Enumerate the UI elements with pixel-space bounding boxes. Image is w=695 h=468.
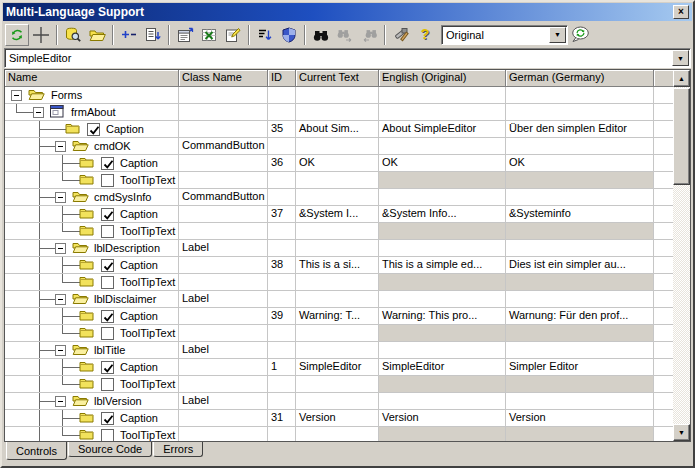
class-name-cell[interactable]: [179, 104, 268, 121]
translate-refresh-button[interactable]: [568, 24, 592, 46]
property-checkbox-unchecked[interactable]: [101, 327, 114, 340]
class-name-cell[interactable]: [179, 427, 268, 442]
scroll-down-button[interactable]: ▼: [673, 424, 690, 441]
class-name-cell[interactable]: [179, 325, 268, 342]
property-checkbox-unchecked[interactable]: [101, 174, 114, 187]
column-header-id[interactable]: ID: [268, 70, 296, 87]
current-text-cell[interactable]: [296, 104, 379, 121]
scope-combobox[interactable]: SimpleEditor ▼: [4, 48, 691, 68]
german-cell[interactable]: [506, 87, 654, 104]
scan-project-button[interactable]: [61, 24, 85, 46]
grid-row[interactable]: ToolTipText: [5, 274, 675, 291]
grid-row[interactable]: lblTitleLabel: [5, 342, 675, 359]
german-cell[interactable]: Warnung: Für den prof...: [506, 308, 654, 325]
sort-lines-button[interactable]: [253, 24, 277, 46]
validate-shield-button[interactable]: [277, 24, 301, 46]
tab-controls[interactable]: Controls: [6, 442, 67, 460]
current-text-cell[interactable]: [296, 189, 379, 206]
grid-row[interactable]: Caption37&System I...&System Info...&Sys…: [5, 206, 675, 223]
grid-row[interactable]: ToolTipText: [5, 223, 675, 240]
current-text-cell[interactable]: [296, 172, 379, 189]
english-cell[interactable]: [379, 393, 506, 410]
current-text-cell[interactable]: [296, 291, 379, 308]
column-header-current-text[interactable]: Current Text: [296, 70, 379, 87]
english-cell[interactable]: [379, 427, 506, 442]
grid-row[interactable]: lblVersionLabel: [5, 393, 675, 410]
id-cell[interactable]: [268, 104, 296, 121]
english-cell[interactable]: [379, 104, 506, 121]
name-cell[interactable]: lblVersion: [5, 393, 179, 410]
name-cell[interactable]: Caption: [5, 257, 179, 274]
class-name-cell[interactable]: [179, 308, 268, 325]
property-checkbox-unchecked[interactable]: [101, 378, 114, 391]
class-name-cell[interactable]: [179, 172, 268, 189]
add-crosshair-button[interactable]: [29, 24, 53, 46]
class-name-cell[interactable]: [179, 376, 268, 393]
tree-expand-box[interactable]: [55, 243, 66, 254]
name-cell[interactable]: Caption: [5, 206, 179, 223]
language-combo[interactable]: Original▼: [441, 25, 568, 45]
id-cell[interactable]: [268, 223, 296, 240]
id-cell[interactable]: [268, 291, 296, 308]
id-cell[interactable]: [268, 427, 296, 442]
id-cell[interactable]: 39: [268, 308, 296, 325]
name-cell[interactable]: Caption: [5, 410, 179, 427]
english-cell[interactable]: SimpleEditor: [379, 359, 506, 376]
current-text-cell[interactable]: [296, 376, 379, 393]
vertical-scrollbar[interactable]: ▲ ▼: [673, 70, 690, 441]
english-cell[interactable]: [379, 189, 506, 206]
property-checkbox-checked[interactable]: [101, 157, 114, 170]
id-cell[interactable]: [268, 274, 296, 291]
current-text-cell[interactable]: Warning: T...: [296, 308, 379, 325]
german-cell[interactable]: [506, 427, 654, 442]
name-cell[interactable]: lblTitle: [5, 342, 179, 359]
german-cell[interactable]: Version: [506, 410, 654, 427]
english-cell[interactable]: Version: [379, 410, 506, 427]
german-cell[interactable]: Über den simplen Editor: [506, 121, 654, 138]
help-button[interactable]: ?: [413, 24, 437, 46]
current-text-cell[interactable]: This is a si...: [296, 257, 379, 274]
english-cell[interactable]: [379, 376, 506, 393]
id-cell[interactable]: [268, 138, 296, 155]
name-cell[interactable]: ToolTipText: [5, 325, 179, 342]
german-cell[interactable]: [506, 325, 654, 342]
id-cell[interactable]: 1: [268, 359, 296, 376]
class-name-cell[interactable]: Label: [179, 342, 268, 359]
class-name-cell[interactable]: Label: [179, 240, 268, 257]
english-cell[interactable]: This is a simple ed...: [379, 257, 506, 274]
current-text-cell[interactable]: SimpleEditor: [296, 359, 379, 376]
id-cell[interactable]: [268, 393, 296, 410]
english-cell[interactable]: OK: [379, 155, 506, 172]
current-text-cell[interactable]: [296, 393, 379, 410]
id-cell[interactable]: [268, 189, 296, 206]
export-excel-button[interactable]: [197, 24, 221, 46]
property-checkbox-checked[interactable]: [101, 310, 114, 323]
scroll-up-button[interactable]: ▲: [673, 70, 690, 87]
name-cell[interactable]: ToolTipText: [5, 172, 179, 189]
id-cell[interactable]: 36: [268, 155, 296, 172]
name-cell[interactable]: Caption: [5, 308, 179, 325]
class-name-cell[interactable]: [179, 223, 268, 240]
grid-row[interactable]: frmAbout: [5, 104, 675, 121]
german-cell[interactable]: [506, 274, 654, 291]
english-cell[interactable]: [379, 172, 506, 189]
current-text-cell[interactable]: [296, 325, 379, 342]
english-cell[interactable]: Warning: This pro...: [379, 308, 506, 325]
chevron-down-icon[interactable]: ▼: [672, 50, 689, 66]
grid-row[interactable]: Caption39Warning: T...Warning: This pro.…: [5, 308, 675, 325]
current-text-cell[interactable]: [296, 342, 379, 359]
document-sort-button[interactable]: [141, 24, 165, 46]
tree-expand-box[interactable]: [55, 294, 66, 305]
title-bar[interactable]: Multi-Language Support ×: [3, 3, 692, 21]
english-cell[interactable]: [379, 138, 506, 155]
current-text-cell[interactable]: &System I...: [296, 206, 379, 223]
column-header-class-name[interactable]: Class Name: [179, 70, 268, 87]
id-cell[interactable]: 37: [268, 206, 296, 223]
scrollbar-thumb[interactable]: [673, 88, 690, 185]
english-cell[interactable]: [379, 325, 506, 342]
grid-row[interactable]: ToolTipText: [5, 376, 675, 393]
name-cell[interactable]: cmdOK: [5, 138, 179, 155]
property-checkbox-unchecked[interactable]: [101, 429, 114, 442]
id-cell[interactable]: 38: [268, 257, 296, 274]
class-name-cell[interactable]: [179, 155, 268, 172]
